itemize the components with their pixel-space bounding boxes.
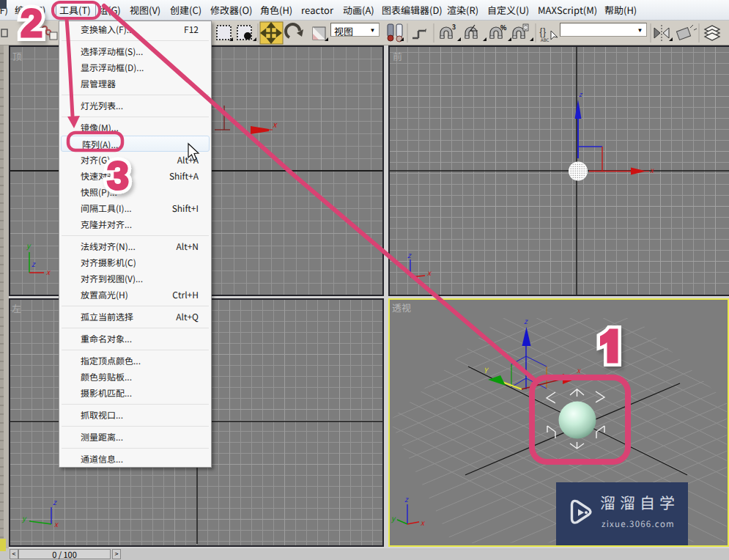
svg-text:2: 2 bbox=[21, 1, 42, 45]
svg-text:3: 3 bbox=[107, 153, 129, 197]
